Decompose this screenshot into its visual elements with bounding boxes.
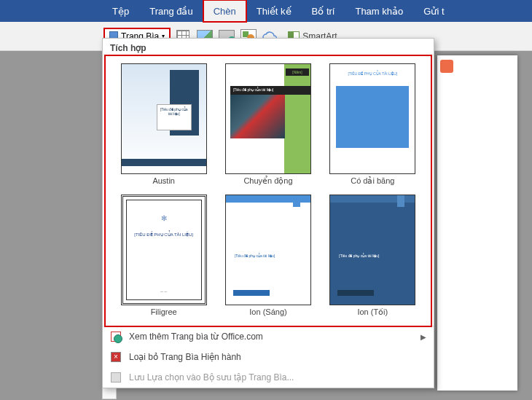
tab-file[interactable]: Tệp xyxy=(102,0,139,22)
remove-cover-label: Loại bỏ Trang Bìa Hiện hành xyxy=(129,352,241,362)
gallery-label: Filigree xyxy=(151,307,177,316)
more-covers-label: Xem thêm Trang bìa từ Office.com xyxy=(129,332,263,342)
save-gallery-label: Lưu Lựa chọn vào Bộ sưu tập Trang Bìa... xyxy=(129,372,294,383)
thumb-austin: [Tiêu đề phụ của tài liệu] xyxy=(121,63,207,174)
gallery-group-header: Tích hợp xyxy=(103,39,434,56)
gallery-label: Chuyển động xyxy=(243,176,292,186)
thumb-ion-dark: [Tiêu đề phụ của tài liệu] xyxy=(329,195,415,305)
chevron-right-icon: ▶ xyxy=(420,333,426,341)
cover-page-gallery: [Tiêu đề phụ của tài liệu] Austin [Năm] … xyxy=(107,58,429,324)
remove-current-cover[interactable]: Loại bỏ Trang Bìa Hiện hành xyxy=(103,347,434,367)
tab-insert[interactable]: Chèn xyxy=(203,0,246,22)
save-to-gallery: Lưu Lựa chọn vào Bộ sưu tập Trang Bìa... xyxy=(103,367,434,388)
thumb-motion: [Năm] [Tiêu đề phụ của tài liệu] xyxy=(225,63,311,174)
gallery-label: Austin xyxy=(152,176,175,185)
more-covers-office[interactable]: Xem thêm Trang bìa từ Office.com ▶ xyxy=(103,326,434,347)
gallery-label: Có dải băng xyxy=(351,176,394,186)
thumb-filigree: ✻ [TIÊU ĐỀ PHỤ CỦA TÀI LIỆU] — — xyxy=(121,195,207,305)
remove-icon xyxy=(111,352,121,362)
tab-mailings[interactable]: Gửi t xyxy=(413,0,454,22)
ribbon-tabs: Tệp Trang đầu Chèn Thiết kế Bố trí Tham … xyxy=(0,0,532,22)
tab-references[interactable]: Tham khảo xyxy=(345,0,413,22)
gallery-item-filigree[interactable]: ✻ [TIÊU ĐỀ PHỤ CỦA TÀI LIỆU] — — Filigre… xyxy=(113,192,214,320)
thumb-ion-light: [Tiêu đề phụ của tài liệu] xyxy=(225,195,311,305)
gallery-item-austin[interactable]: [Tiêu đề phụ của tài liệu] Austin xyxy=(113,60,214,189)
document-canvas xyxy=(437,55,517,391)
gallery-label: Ion (Sáng) xyxy=(249,307,286,316)
dropdown-footer: Xem thêm Trang bìa từ Office.com ▶ Loại … xyxy=(103,326,434,388)
tab-layout[interactable]: Bố trí xyxy=(302,0,345,22)
tab-home[interactable]: Trang đầu xyxy=(139,0,203,22)
gallery-item-motion[interactable]: [Năm] [Tiêu đề phụ của tài liệu] Chuyển … xyxy=(217,60,318,189)
cover-page-dropdown: Tích hợp [Tiêu đề phụ của tài liệu] Aust… xyxy=(102,38,434,388)
gallery-item-ion-light[interactable]: [Tiêu đề phụ của tài liệu] Ion (Sáng) xyxy=(217,192,318,320)
gallery-label: Ion (Tối) xyxy=(357,307,388,317)
gallery-highlight-box: [Tiêu đề phụ của tài liệu] Austin [Năm] … xyxy=(107,58,429,324)
gallery-item-ion-dark[interactable]: [Tiêu đề phụ của tài liệu] Ion (Tối) xyxy=(322,192,423,320)
tab-design[interactable]: Thiết kế xyxy=(246,0,302,22)
save-icon xyxy=(111,372,121,383)
app-accent-icon xyxy=(440,60,453,73)
gallery-item-band[interactable]: [TIÊU ĐỀ PHỤ CỦA TÀI LIỆU] Có dải băng xyxy=(322,60,423,189)
globe-icon xyxy=(111,332,121,342)
thumb-band: [TIÊU ĐỀ PHỤ CỦA TÀI LIỆU] xyxy=(329,63,415,174)
